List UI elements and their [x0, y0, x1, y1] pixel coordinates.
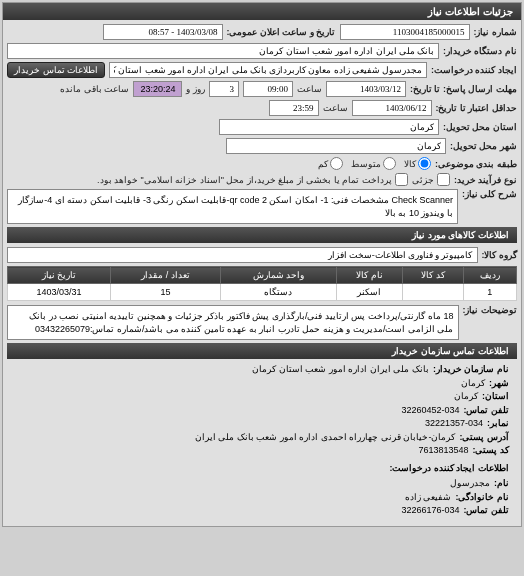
- deadline-time-field[interactable]: [243, 81, 293, 97]
- budget-radio-all-input[interactable]: [418, 157, 431, 170]
- days-label: روز و: [186, 84, 205, 94]
- deadline-time-label: ساعت: [297, 84, 322, 94]
- delivery-province-label: استان محل تحویل:: [443, 122, 517, 132]
- row-need-number: شماره نیاز: تاریخ و ساعت اعلان عمومی:: [7, 24, 517, 40]
- announce-date-field[interactable]: [103, 24, 223, 40]
- contact-phone: 32260452-034: [401, 404, 459, 418]
- goods-header: اطلاعات کالاهای مورد نیاز: [7, 227, 517, 243]
- creator-header: اطلاعات ایجاد کننده درخواست:: [15, 462, 509, 476]
- contact-city-label: شهر:: [489, 377, 509, 391]
- contact-city: کرمان: [461, 377, 485, 391]
- validity-time-label: ساعت: [323, 103, 348, 113]
- delivery-city-field[interactable]: [226, 138, 446, 154]
- th-unit: واحد شمارش: [220, 267, 336, 284]
- buyer-contact-button[interactable]: اطلاعات تماس خریدار: [7, 62, 105, 78]
- process-full-check[interactable]: پرداخت تمام یا بخشی از مبلغ خرید،از محل …: [97, 173, 408, 186]
- contact-postal: 7613813548: [418, 444, 468, 458]
- creator-phone-row: تلفن تماس: 32266176-034: [15, 504, 509, 518]
- th-name: نام کالا: [336, 267, 402, 284]
- panel-body: شماره نیاز: تاریخ و ساعت اعلان عمومی: نا…: [3, 20, 521, 526]
- budget-radio-low-input[interactable]: [330, 157, 343, 170]
- contact-province-row: استان: کرمان: [15, 390, 509, 404]
- creator-name-label: نام:: [494, 477, 509, 491]
- contact-org: بانک ملی ایران اداره امور شعب استان کرما…: [252, 363, 429, 377]
- row-process-type: نوع فرآیند خرید: جزئی پرداخت تمام یا بخش…: [7, 173, 517, 186]
- validity-date-field[interactable]: [352, 100, 432, 116]
- requester-field[interactable]: [109, 62, 427, 78]
- budget-low-label: کم: [318, 159, 328, 169]
- remain-time-box: 23:20:24: [133, 81, 182, 97]
- main-panel: جزئیات اطلاعات نیاز شماره نیاز: تاریخ و …: [2, 2, 522, 527]
- budget-radio-mid-input[interactable]: [383, 157, 396, 170]
- budget-radio-group: کالا متوسط کم: [318, 157, 431, 170]
- notes-box: 18 ماه گارنتی/پرداخت پس ارتایید فنی/بارگ…: [7, 305, 459, 340]
- process-partial-checkbox[interactable]: [437, 173, 450, 186]
- row-deadline: مهلت ارسال پاسخ: تا تاریخ: ساعت روز و 23…: [7, 81, 517, 97]
- panel-title: جزئیات اطلاعات نیاز: [3, 3, 521, 20]
- delivery-province-field[interactable]: [219, 119, 439, 135]
- row-goods-group: گروه کالا:: [7, 247, 517, 263]
- process-full-label: پرداخت تمام یا بخشی از مبلغ خرید،از محل …: [97, 175, 392, 185]
- need-number-label: شماره نیاز:: [474, 27, 518, 37]
- contact-postal-row: کد پستی: 7613813548: [15, 444, 509, 458]
- row-notes: توضیحات نیاز: 18 ماه گارنتی/پرداخت پس ار…: [7, 305, 517, 340]
- row-validity: حداقل اعتبار تا تاریخ: ساعت: [7, 100, 517, 116]
- validity-time-field[interactable]: [269, 100, 319, 116]
- table-row[interactable]: 1 اسکنر دستگاه 15 1403/03/31: [8, 284, 517, 301]
- contact-fax-row: نمابر: 32221357-034: [15, 417, 509, 431]
- process-partial-label: جزئی: [412, 175, 434, 185]
- th-code: کد کالا: [403, 267, 463, 284]
- contact-org-label: نام سازمان خریدار:: [433, 363, 509, 377]
- creator-surname-label: نام خانوادگی:: [456, 491, 510, 505]
- contact-fax: 32221357-034: [425, 417, 483, 431]
- need-number-field[interactable]: [340, 24, 470, 40]
- buyer-org-label: نام دستگاه خریدار:: [443, 46, 517, 56]
- row-delivery-city: شهر محل تحویل:: [7, 138, 517, 154]
- process-full-checkbox[interactable]: [395, 173, 408, 186]
- contact-header: اطلاعات تماس سازمان خریدار: [7, 343, 517, 359]
- row-desc: شرح کلی نیاز: Check Scanner مشخصات فنی: …: [7, 189, 517, 224]
- creator-phone: 32266176-034: [401, 504, 459, 518]
- desc-label: شرح کلی نیاز:: [462, 189, 517, 199]
- budget-type-label: طبقه بندی موضوعی:: [435, 159, 517, 169]
- creator-name-row: نام: مجدرسول: [15, 477, 509, 491]
- th-qty: تعداد / مقدار: [111, 267, 221, 284]
- contact-postal-label: کد پستی:: [473, 444, 510, 458]
- goods-group-field[interactable]: [7, 247, 478, 263]
- budget-radio-all[interactable]: کالا: [404, 157, 431, 170]
- td-qty: 15: [111, 284, 221, 301]
- deadline-date-field[interactable]: [326, 81, 406, 97]
- announce-date-label: تاریخ و ساعت اعلان عمومی:: [227, 27, 336, 37]
- creator-surname: شفیعی زاده: [405, 491, 452, 505]
- contact-phone-label: تلفن تماس:: [464, 404, 510, 418]
- remain-label: ساعت باقی مانده: [60, 84, 129, 94]
- row-requester: ایجاد کننده درخواست: اطلاعات تماس خریدار: [7, 62, 517, 78]
- td-index: 1: [463, 284, 516, 301]
- row-delivery-province: استان محل تحویل:: [7, 119, 517, 135]
- td-date: 1403/03/31: [8, 284, 111, 301]
- creator-name: مجدرسول: [450, 477, 490, 491]
- budget-radio-low[interactable]: کم: [318, 157, 343, 170]
- contact-province: کرمان: [454, 390, 478, 404]
- delivery-city-label: شهر محل تحویل:: [450, 141, 517, 151]
- th-date: تاریخ نیاز: [8, 267, 111, 284]
- contact-phone-row: تلفن تماس: 32260452-034: [15, 404, 509, 418]
- goods-group-label: گروه کالا:: [482, 250, 518, 260]
- budget-mid-label: متوسط: [351, 159, 381, 169]
- td-name: اسکنر: [336, 284, 402, 301]
- td-code: [403, 284, 463, 301]
- row-buyer-org: نام دستگاه خریدار:: [7, 43, 517, 59]
- days-field[interactable]: [209, 81, 239, 97]
- contact-address: کرمان-خیابان قرنی چهارراه احمدی اداره ام…: [195, 431, 456, 445]
- desc-box: Check Scanner مشخصات فنی: 1- امکان اسکن …: [7, 189, 458, 224]
- table-header-row: ردیف کد کالا نام کالا واحد شمارش تعداد /…: [8, 267, 517, 284]
- contact-fax-label: نمابر:: [487, 417, 509, 431]
- deadline-label: مهلت ارسال پاسخ: تا تاریخ:: [410, 84, 517, 94]
- process-partial-check[interactable]: جزئی: [412, 173, 450, 186]
- th-index: ردیف: [463, 267, 516, 284]
- row-budget-type: طبقه بندی موضوعی: کالا متوسط کم: [7, 157, 517, 170]
- buyer-org-field[interactable]: [7, 43, 439, 59]
- notes-label: توضیحات نیاز:: [463, 305, 518, 315]
- budget-all-label: کالا: [404, 159, 416, 169]
- budget-radio-mid[interactable]: متوسط: [351, 157, 396, 170]
